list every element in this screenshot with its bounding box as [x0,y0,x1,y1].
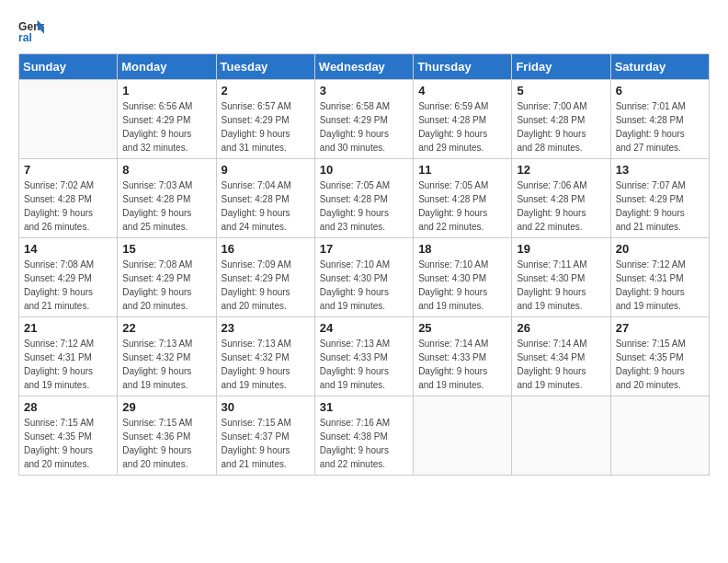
day-number: 13 [616,163,704,177]
column-header-friday: Friday [512,54,610,80]
day-info: Sunrise: 7:06 AMSunset: 4:28 PMDaylight:… [517,178,605,234]
column-header-saturday: Saturday [610,54,709,80]
column-header-wednesday: Wednesday [314,54,413,80]
day-number: 27 [616,321,704,335]
calendar-cell: 28Sunrise: 7:15 AMSunset: 4:35 PMDayligh… [19,396,118,476]
day-info: Sunrise: 7:07 AMSunset: 4:29 PMDaylight:… [616,178,704,234]
day-number: 19 [517,242,605,256]
svg-text:ral: ral [18,31,32,44]
day-number: 10 [320,163,408,177]
calendar-cell: 4Sunrise: 6:59 AMSunset: 4:28 PMDaylight… [414,80,512,159]
day-info: Sunrise: 7:10 AMSunset: 4:30 PMDaylight:… [320,258,408,313]
day-number: 23 [222,321,310,335]
day-info: Sunrise: 7:11 AMSunset: 4:30 PMDaylight:… [517,258,605,313]
day-number: 8 [122,163,210,177]
day-number: 7 [24,163,112,177]
column-header-thursday: Thursday [414,54,512,80]
logo-icon: Gene ral [18,18,44,44]
day-number: 17 [320,242,408,256]
day-number: 25 [418,321,506,335]
day-number: 2 [222,84,310,98]
calendar-cell: 22Sunrise: 7:13 AMSunset: 4:32 PMDayligh… [118,317,216,396]
week-row-4: 21Sunrise: 7:12 AMSunset: 4:31 PMDayligh… [19,317,710,396]
calendar-cell: 19Sunrise: 7:11 AMSunset: 4:30 PMDayligh… [512,238,610,317]
calendar-cell: 1Sunrise: 6:56 AMSunset: 4:29 PMDaylight… [118,80,216,159]
calendar-cell: 24Sunrise: 7:13 AMSunset: 4:33 PMDayligh… [314,317,413,396]
calendar-cell: 16Sunrise: 7:09 AMSunset: 4:29 PMDayligh… [216,238,314,317]
calendar-cell: 23Sunrise: 7:13 AMSunset: 4:32 PMDayligh… [216,317,314,396]
calendar-cell: 12Sunrise: 7:06 AMSunset: 4:28 PMDayligh… [512,159,610,238]
day-number: 15 [122,242,210,256]
day-info: Sunrise: 7:03 AMSunset: 4:28 PMDaylight:… [122,178,210,234]
day-info: Sunrise: 7:09 AMSunset: 4:29 PMDaylight:… [222,258,310,313]
calendar-cell [610,396,709,476]
day-info: Sunrise: 7:12 AMSunset: 4:31 PMDaylight:… [616,258,704,313]
day-info: Sunrise: 6:57 AMSunset: 4:29 PMDaylight:… [222,99,310,155]
week-row-1: 1Sunrise: 6:56 AMSunset: 4:29 PMDaylight… [19,80,710,159]
week-row-3: 14Sunrise: 7:08 AMSunset: 4:29 PMDayligh… [19,238,710,317]
day-info: Sunrise: 7:04 AMSunset: 4:28 PMDaylight:… [222,178,310,234]
day-number: 11 [418,163,506,177]
day-info: Sunrise: 7:05 AMSunset: 4:28 PMDaylight:… [418,178,506,234]
day-number: 18 [418,242,506,256]
calendar-cell: 7Sunrise: 7:02 AMSunset: 4:28 PMDaylight… [19,159,118,238]
day-number: 20 [616,242,704,256]
day-info: Sunrise: 7:15 AMSunset: 4:35 PMDaylight:… [24,416,112,471]
calendar-header-row: SundayMondayTuesdayWednesdayThursdayFrid… [19,54,710,80]
calendar-cell: 20Sunrise: 7:12 AMSunset: 4:31 PMDayligh… [610,238,709,317]
day-number: 24 [320,321,408,335]
day-info: Sunrise: 7:12 AMSunset: 4:31 PMDaylight:… [24,337,112,392]
day-number: 1 [122,84,210,98]
calendar-cell: 25Sunrise: 7:14 AMSunset: 4:33 PMDayligh… [414,317,512,396]
calendar-cell: 6Sunrise: 7:01 AMSunset: 4:28 PMDaylight… [610,80,709,159]
calendar-cell: 9Sunrise: 7:04 AMSunset: 4:28 PMDaylight… [216,159,314,238]
calendar-cell: 31Sunrise: 7:16 AMSunset: 4:38 PMDayligh… [314,396,413,476]
logo: Gene ral [18,18,48,44]
week-row-2: 7Sunrise: 7:02 AMSunset: 4:28 PMDaylight… [19,159,710,238]
calendar-cell: 3Sunrise: 6:58 AMSunset: 4:29 PMDaylight… [314,80,413,159]
day-number: 22 [122,321,210,335]
calendar-cell: 10Sunrise: 7:05 AMSunset: 4:28 PMDayligh… [314,159,413,238]
day-number: 29 [122,400,210,414]
calendar-cell: 26Sunrise: 7:14 AMSunset: 4:34 PMDayligh… [512,317,610,396]
day-info: Sunrise: 7:08 AMSunset: 4:29 PMDaylight:… [24,258,112,313]
calendar-cell: 17Sunrise: 7:10 AMSunset: 4:30 PMDayligh… [314,238,413,317]
day-number: 12 [517,163,605,177]
calendar-cell: 8Sunrise: 7:03 AMSunset: 4:28 PMDaylight… [118,159,216,238]
day-info: Sunrise: 7:14 AMSunset: 4:33 PMDaylight:… [418,337,506,392]
calendar-cell: 11Sunrise: 7:05 AMSunset: 4:28 PMDayligh… [414,159,512,238]
page-header: Gene ral [18,18,710,44]
day-info: Sunrise: 7:13 AMSunset: 4:32 PMDaylight:… [122,337,210,392]
day-number: 30 [222,400,310,414]
calendar-cell [512,396,610,476]
calendar-cell: 5Sunrise: 7:00 AMSunset: 4:28 PMDaylight… [512,80,610,159]
week-row-5: 28Sunrise: 7:15 AMSunset: 4:35 PMDayligh… [19,396,710,476]
day-number: 16 [222,242,310,256]
calendar-cell [19,80,118,159]
calendar-cell: 21Sunrise: 7:12 AMSunset: 4:31 PMDayligh… [19,317,118,396]
day-info: Sunrise: 7:10 AMSunset: 4:30 PMDaylight:… [418,258,506,313]
day-info: Sunrise: 7:15 AMSunset: 4:36 PMDaylight:… [122,416,210,471]
day-number: 6 [616,84,704,98]
day-info: Sunrise: 7:14 AMSunset: 4:34 PMDaylight:… [517,337,605,392]
day-number: 14 [24,242,112,256]
column-header-monday: Monday [118,54,216,80]
column-header-tuesday: Tuesday [216,54,314,80]
day-info: Sunrise: 7:13 AMSunset: 4:32 PMDaylight:… [222,337,310,392]
day-info: Sunrise: 7:16 AMSunset: 4:38 PMDaylight:… [320,416,408,471]
day-number: 5 [517,84,605,98]
day-number: 3 [320,84,408,98]
calendar-table: SundayMondayTuesdayWednesdayThursdayFrid… [18,53,710,476]
day-info: Sunrise: 7:00 AMSunset: 4:28 PMDaylight:… [517,99,605,155]
calendar-cell: 13Sunrise: 7:07 AMSunset: 4:29 PMDayligh… [610,159,709,238]
calendar-cell: 30Sunrise: 7:15 AMSunset: 4:37 PMDayligh… [216,396,314,476]
day-info: Sunrise: 7:08 AMSunset: 4:29 PMDaylight:… [122,258,210,313]
day-number: 31 [320,400,408,414]
column-header-sunday: Sunday [19,54,118,80]
day-number: 9 [222,163,310,177]
day-info: Sunrise: 6:58 AMSunset: 4:29 PMDaylight:… [320,99,408,155]
day-info: Sunrise: 7:13 AMSunset: 4:33 PMDaylight:… [320,337,408,392]
calendar-cell [414,396,512,476]
day-info: Sunrise: 6:56 AMSunset: 4:29 PMDaylight:… [122,99,210,155]
calendar-cell: 14Sunrise: 7:08 AMSunset: 4:29 PMDayligh… [19,238,118,317]
